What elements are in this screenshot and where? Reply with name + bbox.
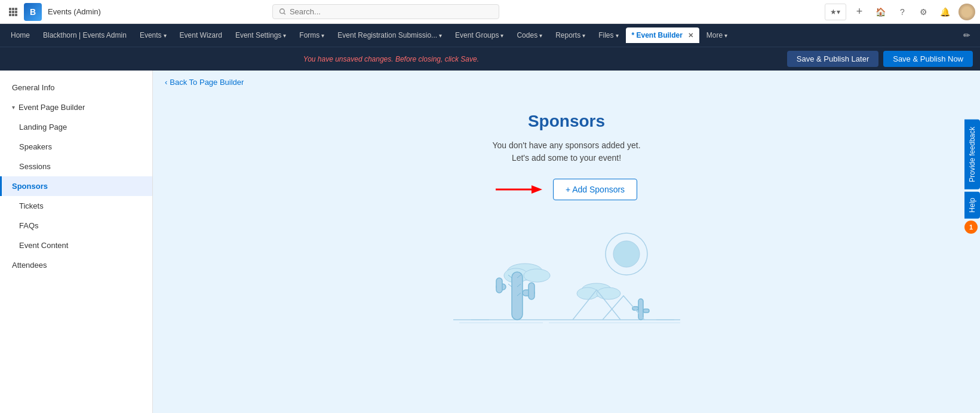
svg-line-10 <box>284 13 285 14</box>
sidebar-item-attendees[interactable]: Attendees <box>0 255 152 275</box>
svg-rect-2 <box>15 8 17 10</box>
svg-rect-4 <box>12 11 14 13</box>
feedback-rail: Provide feedback Help 1 <box>964 120 980 234</box>
nav-item-event-builder[interactable]: * Event Builder ✕ <box>626 27 699 43</box>
main-layout: General Info ▾ Event Page Builder Landin… <box>0 71 980 413</box>
content-area: ‹ Back To Page Builder Sponsors You don'… <box>153 71 980 413</box>
nav-right-icons: ★▾ + 🏠 ? ⚙ 🔔 <box>825 4 975 20</box>
nav-item-event-settings[interactable]: Event Settings ▾ <box>229 27 292 43</box>
provide-feedback-button[interactable]: Provide feedback <box>964 120 980 189</box>
nav-item-more[interactable]: More ▾ <box>701 27 733 43</box>
svg-rect-6 <box>9 14 11 16</box>
svg-point-18 <box>524 269 550 282</box>
app-grid-icon[interactable] <box>5 4 21 20</box>
unsaved-message: You have unsaved changes. Before closing… <box>303 55 479 63</box>
desert-illustration <box>423 218 710 338</box>
sidebar-section-event-page-builder[interactable]: ▾ Event Page Builder <box>0 97 152 117</box>
nav-item-event-wizard[interactable]: Event Wizard <box>174 27 228 43</box>
sidebar-item-event-content[interactable]: Event Content <box>0 235 152 255</box>
app-title: Events (Admin) <box>48 7 101 16</box>
nav-item-event-groups[interactable]: Event Groups ▾ <box>449 27 509 43</box>
help-icon[interactable]: ? <box>894 4 911 20</box>
svg-rect-8 <box>15 14 17 16</box>
add-icon[interactable]: + <box>851 4 868 20</box>
notification-badge[interactable]: 1 <box>964 221 978 234</box>
chevron-down-icon: ▾ <box>283 32 286 39</box>
svg-rect-24 <box>496 278 502 293</box>
chevron-down-icon: ▾ <box>582 32 585 39</box>
user-avatar[interactable] <box>959 4 975 20</box>
chevron-down-icon: ▾ <box>321 32 324 39</box>
notifications-icon[interactable]: 🔔 <box>937 4 954 20</box>
sponsors-content: Sponsors You don't have any sponsors add… <box>153 94 980 413</box>
sponsors-title: Sponsors <box>528 112 605 131</box>
nav-item-forms[interactable]: Forms ▾ <box>293 27 330 43</box>
svg-line-31 <box>508 284 512 287</box>
sidebar-item-general-info[interactable]: General Info <box>0 78 152 97</box>
nav-item-codes[interactable]: Codes ▾ <box>511 27 548 43</box>
chevron-down-icon: ▾ <box>12 104 15 111</box>
svg-marker-12 <box>532 185 542 194</box>
app-nav-bar: Home Blackthorn | Events Admin Events ▾ … <box>0 24 980 47</box>
chevron-down-icon: ▾ <box>164 32 167 39</box>
sidebar-item-sessions[interactable]: Sessions <box>0 157 152 176</box>
nav-item-events[interactable]: Events ▾ <box>134 27 173 43</box>
app-logo: B <box>24 3 42 21</box>
svg-rect-32 <box>638 299 643 320</box>
edit-pencil-icon[interactable]: ✏ <box>959 27 975 44</box>
nav-item-reports[interactable]: Reports ▾ <box>549 27 591 43</box>
sidebar: General Info ▾ Event Page Builder Landin… <box>0 71 153 413</box>
back-to-page-builder-link[interactable]: ‹ Back To Page Builder <box>153 71 980 94</box>
save-publish-later-button[interactable]: Save & Publish Later <box>787 51 878 67</box>
top-nav-bar: B Events (Admin) ★▾ + 🏠 ? ⚙ 🔔 <box>0 0 980 24</box>
favorites-icon[interactable]: ★▾ <box>825 4 846 20</box>
svg-rect-0 <box>9 8 11 10</box>
home-icon[interactable]: 🏠 <box>873 4 889 20</box>
svg-point-20 <box>577 287 598 299</box>
search-icon <box>279 8 286 16</box>
search-input[interactable] <box>290 7 493 16</box>
add-sponsors-row: + Add Sponsors <box>496 179 637 200</box>
svg-rect-7 <box>12 14 14 16</box>
sponsors-subtitle: You don't have any sponsors added yet. L… <box>492 139 640 164</box>
chevron-down-icon: ▾ <box>439 32 442 39</box>
nav-item-blackthorn[interactable]: Blackthorn | Events Admin <box>37 27 133 43</box>
sidebar-item-speakers[interactable]: Speakers <box>0 137 152 157</box>
chevron-down-icon: ▾ <box>539 32 542 39</box>
nav-item-home[interactable]: Home <box>5 27 36 43</box>
svg-point-21 <box>597 287 620 299</box>
svg-rect-26 <box>529 283 534 299</box>
nav-item-event-reg[interactable]: Event Registration Submissio... ▾ <box>331 27 448 43</box>
svg-rect-5 <box>15 11 17 13</box>
chevron-down-icon: ▾ <box>724 32 727 39</box>
svg-point-15 <box>613 241 640 267</box>
arrow-right-icon <box>496 182 543 197</box>
save-publish-now-button[interactable]: Save & Publish Now <box>883 51 973 67</box>
sidebar-item-landing-page[interactable]: Landing Page <box>0 117 152 137</box>
sidebar-item-tickets[interactable]: Tickets <box>0 196 152 216</box>
search-container <box>272 4 499 19</box>
nav-item-files[interactable]: Files ▾ <box>592 27 624 43</box>
sidebar-item-faqs[interactable]: FAQs <box>0 216 152 235</box>
action-bar: You have unsaved changes. Before closing… <box>0 47 980 71</box>
tab-close-icon[interactable]: ✕ <box>688 32 693 39</box>
add-sponsors-button[interactable]: + Add Sponsors <box>553 179 637 200</box>
svg-rect-34 <box>643 309 649 313</box>
settings-icon[interactable]: ⚙ <box>916 4 932 20</box>
chevron-down-icon: ▾ <box>616 32 619 39</box>
chevron-down-icon: ▾ <box>500 32 503 39</box>
svg-rect-3 <box>9 11 11 13</box>
help-button[interactable]: Help <box>964 192 980 219</box>
svg-rect-1 <box>12 8 14 10</box>
chevron-left-icon: ‹ <box>165 78 167 87</box>
sidebar-item-sponsors[interactable]: Sponsors <box>0 176 152 196</box>
